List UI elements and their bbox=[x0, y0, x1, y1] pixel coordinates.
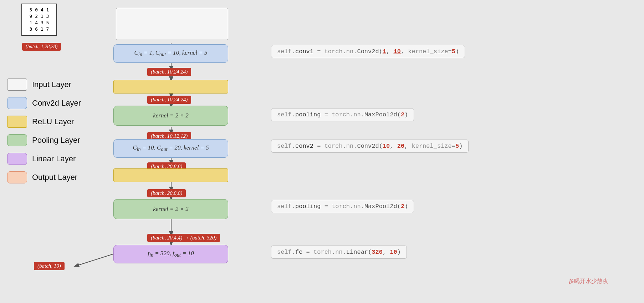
pool1-label: kernel = 2 × 2 bbox=[153, 112, 188, 119]
legend-output: Output Layer bbox=[7, 171, 81, 183]
code-fc: self.fc = torch.nn.Linear(320, 10) bbox=[271, 246, 407, 259]
shape-badge-1: (batch, 10,24,24) bbox=[147, 68, 191, 76]
legend-label-conv2d: Conv2d Layer bbox=[32, 99, 81, 108]
shape-badge-6: (batch, 20,4,4) → (batch, 320) bbox=[147, 234, 220, 242]
legend: Input Layer Conv2d Layer ReLU Layer Pool… bbox=[7, 79, 81, 183]
code-pool1: self.pooling = torch.nn.MaxPool2d(2) bbox=[271, 108, 414, 121]
layer-relu1 bbox=[113, 80, 228, 94]
legend-box-linear bbox=[7, 153, 27, 165]
legend-relu: ReLU Layer bbox=[7, 116, 81, 128]
legend-label-relu: ReLU Layer bbox=[32, 117, 74, 126]
fc-label: fin = 320, fout = 10 bbox=[148, 250, 194, 258]
legend-box-pooling bbox=[7, 134, 27, 146]
code-pool2: self.pooling = torch.nn.MaxPool2d(2) bbox=[271, 200, 414, 213]
legend-input: Input Layer bbox=[7, 79, 81, 91]
legend-label-output: Output Layer bbox=[32, 173, 77, 182]
svg-line-15 bbox=[75, 254, 114, 266]
shape-badge-2: (batch, 10,24,24) bbox=[147, 96, 191, 104]
layer-conv2: Cin = 10, Cout = 20, kernel = 5 bbox=[113, 139, 228, 158]
legend-conv2d: Conv2d Layer bbox=[7, 97, 81, 109]
shape-badge-5: (batch, 20,8,8) bbox=[147, 189, 186, 197]
shape-badge-output: (batch, 10) bbox=[34, 262, 65, 270]
code-conv2: self.conv2 = torch.nn.Conv2d(10, 20, ker… bbox=[271, 140, 469, 153]
conv1-label: Cin = 1, Cout = 10, kernel = 5 bbox=[134, 49, 207, 57]
legend-box-relu bbox=[7, 116, 27, 128]
mnist-image: 5 0 4 1 9 2 1 3 1 4 3 5 3 6 1 7 bbox=[21, 4, 57, 36]
code-conv1: self.conv1 = torch.nn.Conv2d(1, 10, kern… bbox=[271, 45, 465, 58]
layer-input bbox=[116, 8, 228, 40]
layer-relu2 bbox=[113, 168, 228, 182]
layer-pool1: kernel = 2 × 2 bbox=[113, 106, 228, 126]
layer-pool2: kernel = 2 × 2 bbox=[113, 199, 228, 219]
legend-label-pooling: Pooling Layer bbox=[32, 136, 80, 145]
legend-label-input: Input Layer bbox=[32, 80, 71, 89]
conv2-label: Cin = 10, Cout = 20, kernel = 5 bbox=[133, 144, 209, 152]
layer-conv1: Cin = 1, Cout = 10, kernel = 5 bbox=[113, 44, 228, 63]
legend-label-linear: Linear Layer bbox=[32, 154, 76, 163]
legend-pooling: Pooling Layer bbox=[7, 134, 81, 146]
legend-linear: Linear Layer bbox=[7, 153, 81, 165]
shape-badge-input-left: (batch, 1,28,28) bbox=[22, 43, 61, 51]
legend-box-input bbox=[7, 79, 27, 91]
pool2-label: kernel = 2 × 2 bbox=[153, 206, 188, 213]
layer-fc: fin = 320, fout = 10 bbox=[113, 245, 228, 263]
main-container: 5 0 4 1 9 2 1 3 1 4 3 5 3 6 1 7 (batch, … bbox=[0, 0, 644, 303]
watermark: 多喝开水少熬夜 bbox=[568, 278, 608, 285]
legend-box-output bbox=[7, 171, 27, 183]
legend-box-conv2d bbox=[7, 97, 27, 109]
